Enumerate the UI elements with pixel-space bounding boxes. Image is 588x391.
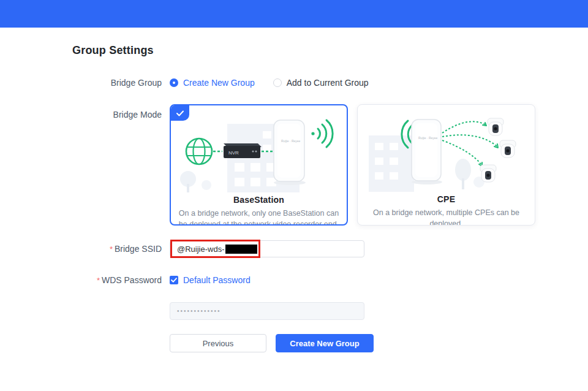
- basestation-illustration: NVR Ruijie · Reyee: [171, 107, 347, 192]
- svg-text:Ruijie · Reyee: Ruijie · Reyee: [418, 136, 438, 140]
- radio-add-to-current-group[interactable]: Add to Current Group: [273, 78, 369, 88]
- check-icon: [176, 110, 184, 116]
- radio-create-new-group-label[interactable]: Create New Group: [183, 78, 255, 88]
- cpe-card-title: CPE: [358, 194, 535, 204]
- create-new-group-button[interactable]: Create New Group: [276, 334, 374, 352]
- bridge-mode-row: Bridge Mode: [0, 104, 588, 226]
- page-title: Group Settings: [72, 44, 588, 57]
- bridge-ssid-label-text: Bridge SSID: [115, 244, 162, 254]
- wifi-waves-icon: [311, 120, 333, 147]
- required-asterisk: *: [97, 276, 100, 285]
- camera-icon: [480, 165, 496, 182]
- card-cpe[interactable]: Ruijie · Reyee: [357, 104, 535, 226]
- bridge-group-label: Bridge Group: [0, 78, 162, 88]
- basestation-card-title: BaseStation: [171, 195, 347, 205]
- cpe-device: Ruijie · Reyee: [412, 120, 442, 184]
- bridge-ssid-input[interactable]: @Ruijie-wds-: [170, 240, 364, 257]
- action-buttons-row: Previous Create New Group: [0, 334, 588, 352]
- check-icon: [171, 278, 177, 283]
- default-password-checkbox[interactable]: [170, 276, 178, 284]
- password-field-row: •••••••••••••: [0, 302, 588, 320]
- globe-icon: [186, 139, 212, 164]
- cpe-illustration: Ruijie · Reyee: [358, 106, 535, 192]
- selected-check-badge: [171, 105, 189, 121]
- camera-icon: [488, 118, 503, 135]
- bridge-group-label-text: Bridge Group: [111, 78, 162, 88]
- bridge-group-row: Bridge Group Create New Group Add to Cur…: [0, 78, 588, 88]
- basestation-card-description: On a bridge network, only one BaseStatio…: [171, 208, 347, 226]
- bridge-ssid-value: @Ruijie-wds-: [177, 245, 225, 254]
- radio-selected-icon[interactable]: [170, 78, 178, 87]
- wds-password-label: *WDS Password: [0, 275, 162, 285]
- radio-add-to-current-group-label[interactable]: Add to Current Group: [287, 78, 369, 88]
- bridge-ssid-label: *Bridge SSID: [0, 244, 162, 254]
- top-header-bar: [0, 0, 588, 28]
- wds-password-input[interactable]: •••••••••••••: [170, 302, 364, 320]
- radio-create-new-group[interactable]: Create New Group: [170, 78, 255, 88]
- svg-text:NVR: NVR: [228, 150, 239, 156]
- bridge-mode-label-text: Bridge Mode: [113, 110, 162, 120]
- camera-icon: [500, 140, 516, 158]
- radio-unselected-icon[interactable]: [273, 78, 282, 87]
- masked-password-value: •••••••••••••: [177, 308, 221, 314]
- wds-password-row: *WDS Password Default Password: [0, 275, 588, 285]
- wds-password-label-text: WDS Password: [102, 275, 162, 285]
- basestation-device: Ruijie · Reyee: [274, 120, 306, 185]
- redaction-block: [225, 245, 257, 254]
- previous-button[interactable]: Previous: [170, 334, 266, 352]
- bridge-mode-label: Bridge Mode: [0, 104, 162, 120]
- svg-text:Ruijie · Reyee: Ruijie · Reyee: [281, 139, 301, 143]
- default-password-checkbox-label[interactable]: Default Password: [183, 275, 251, 285]
- nvr-device: NVR: [224, 143, 262, 158]
- required-asterisk: *: [110, 245, 113, 254]
- card-basestation[interactable]: NVR Ruijie · Reyee: [170, 104, 348, 226]
- bridge-ssid-row: *Bridge SSID @Ruijie-wds-: [0, 240, 588, 257]
- cpe-card-description: On a bridge network, multiple CPEs can b…: [358, 207, 535, 226]
